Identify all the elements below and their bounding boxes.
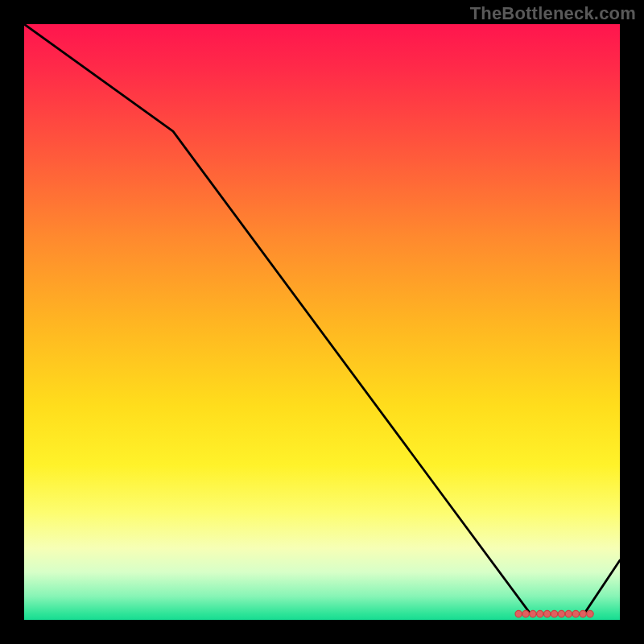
data-marker	[587, 610, 593, 617]
chart-frame: TheBottleneck.com	[0, 0, 644, 644]
data-marker	[565, 610, 572, 617]
data-marker	[515, 610, 522, 617]
data-marker	[530, 610, 536, 617]
data-line	[24, 24, 620, 614]
watermark-text: TheBottleneck.com	[470, 3, 636, 24]
data-marker	[580, 610, 586, 617]
data-marker	[558, 610, 564, 617]
chart-svg	[24, 24, 620, 620]
data-marker	[544, 610, 551, 617]
data-marker	[522, 610, 529, 617]
plot-area	[24, 24, 620, 620]
data-marker	[551, 610, 557, 617]
marker-group	[515, 610, 593, 617]
data-marker	[572, 610, 579, 617]
data-marker	[537, 610, 543, 617]
